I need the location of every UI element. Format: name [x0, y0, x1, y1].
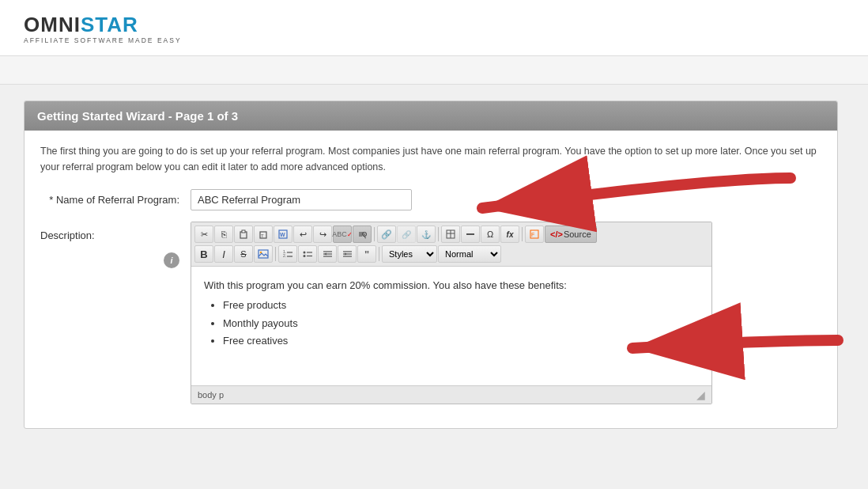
styles-select[interactable]: Styles	[382, 245, 437, 263]
sep3	[522, 227, 523, 241]
undo-button[interactable]: ↩	[293, 226, 312, 243]
main-content: Getting Started Wizard - Page 1 of 3 The…	[0, 85, 868, 445]
paste-text-button[interactable]: T	[254, 226, 273, 243]
header: OMNISTAR AFFILIATE SOFTWARE MADE EASY	[0, 0, 868, 56]
unlink-button[interactable]: 🔗	[397, 226, 416, 243]
svg-rect-1	[242, 230, 245, 233]
copy-button[interactable]: ⎘	[214, 226, 233, 243]
wizard-title: Getting Started Wizard - Page 1 of 3	[37, 109, 238, 123]
svg-text:W: W	[280, 232, 285, 237]
referral-program-name-input[interactable]	[191, 189, 412, 210]
format-select[interactable]: Normal Heading 1 Heading 2 Heading 3	[438, 245, 501, 263]
ordered-list-button[interactable]: 1.2.	[278, 245, 297, 263]
info-icon-letter: i	[170, 256, 172, 265]
anchor-button[interactable]: ⚓	[417, 226, 436, 243]
bullet-item-1: Free products	[223, 298, 699, 314]
link-button[interactable]: 🔗	[377, 226, 396, 243]
name-row: * Name of Referral Program:	[40, 189, 821, 210]
logo: OMNISTAR AFFILIATE SOFTWARE MADE EASY	[24, 14, 844, 44]
name-label-text: * Name of Referral Program:	[49, 194, 179, 206]
svg-point-25	[303, 255, 305, 257]
sep1	[374, 227, 375, 241]
logo-text: OMNISTAR	[24, 14, 844, 35]
editor-footer: body p ◢	[191, 385, 711, 404]
logo-omni: OMNI	[24, 13, 81, 36]
flash-button[interactable]: F	[525, 226, 544, 243]
description-label-wrap: Description: i	[40, 222, 191, 268]
source-button[interactable]: </> Source	[545, 226, 597, 243]
svg-text:F: F	[531, 232, 534, 237]
sep5	[379, 247, 379, 261]
outdent-button[interactable]	[318, 245, 337, 263]
special-char-button[interactable]: Ω	[481, 226, 500, 243]
sep4	[275, 247, 276, 261]
wizard-description: The first thing you are going to do is s…	[40, 143, 821, 175]
toolbar-row-2: B I S	[194, 245, 708, 266]
cut-button[interactable]: ✂	[194, 226, 213, 243]
source-label: Source	[564, 229, 591, 239]
bullet-item-2: Monthly payouts	[223, 316, 699, 332]
logo-tagline: AFFILIATE SOFTWARE MADE EASY	[24, 36, 844, 44]
sep2	[438, 227, 439, 241]
editor-toolbar: ✂ ⎘ T	[191, 222, 711, 267]
paste-button[interactable]	[234, 226, 253, 243]
description-row: Description: i	[40, 222, 821, 404]
strikethrough-button[interactable]: S	[234, 245, 253, 263]
editor-content-area[interactable]: With this program you can earn 20% commi…	[191, 267, 711, 385]
resize-handle[interactable]: ◢	[696, 389, 705, 401]
nav-bar	[0, 56, 868, 85]
svg-point-23	[303, 252, 305, 254]
indent-button[interactable]	[338, 245, 357, 263]
wizard-panel: Getting Started Wizard - Page 1 of 3 The…	[24, 100, 838, 429]
toolbar-row-1: ✂ ⎘ T	[194, 226, 708, 245]
italic-button[interactable]: I	[214, 245, 233, 263]
image-button[interactable]	[254, 245, 273, 263]
description-label: Description:	[40, 229, 95, 241]
editor-footer-text: body p	[198, 390, 224, 400]
rich-text-editor: ✂ ⎘ T	[191, 222, 712, 404]
formula-button[interactable]: fx	[500, 226, 519, 243]
bold-button[interactable]: B	[194, 245, 213, 263]
editor-content-text: With this program you can earn 20% commi…	[204, 278, 699, 294]
table-button[interactable]	[441, 226, 460, 243]
svg-rect-17	[259, 250, 268, 258]
wizard-header: Getting Started Wizard - Page 1 of 3	[25, 101, 837, 131]
redo-button[interactable]: ↪	[313, 226, 332, 243]
spellcheck-button[interactable]: ABC✓	[333, 226, 352, 243]
find-button[interactable]	[353, 226, 372, 243]
hr-button[interactable]	[461, 226, 480, 243]
unordered-list-button[interactable]	[298, 245, 317, 263]
editor-wrap: ✂ ⎘ T	[191, 222, 821, 404]
bullet-item-3: Free creatives	[223, 333, 699, 350]
wizard-body: The first thing you are going to do is s…	[25, 131, 837, 428]
paste-word-button[interactable]: W	[274, 226, 292, 243]
editor-content-list: Free products Monthly payouts Free creat…	[204, 298, 699, 350]
svg-text:T: T	[261, 233, 264, 238]
logo-star: STAR	[81, 13, 138, 36]
name-label: * Name of Referral Program:	[40, 189, 191, 206]
info-icon[interactable]: i	[164, 252, 179, 268]
name-input-wrap	[191, 189, 821, 210]
svg-text:2.: 2.	[283, 253, 286, 258]
blockquote-button[interactable]: "	[357, 245, 376, 263]
